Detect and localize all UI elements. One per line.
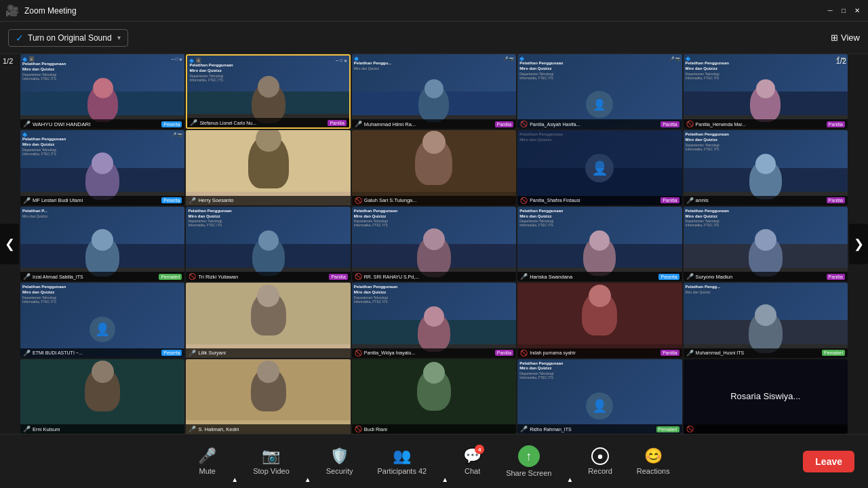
mic-icon: 🎤 — [520, 273, 528, 280]
participant-cell-erni[interactable]: 🎤 Erni Kulsum — [20, 359, 184, 434]
participant-cell-rosaria[interactable]: Rosaria Siswiya... 🚫 — [684, 359, 848, 434]
name-tag-budi: 🚫 Budi Riani — [352, 424, 516, 434]
mic-muted-icon: 🚫 — [189, 273, 196, 280]
record-button[interactable]: ⏺ Record — [576, 442, 624, 481]
mic-muted-icon: 🚫 — [686, 121, 694, 127]
name-tag-lestari: 🎤 MF Lestari Budi Utami Peserta — [20, 196, 184, 205]
name-tag-etmi: 🎤 ETMI BUDI ASTUTI ~... Peserta — [20, 348, 184, 358]
participant-cell-widya[interactable]: Pelatihan PenggunaanMiro dan Quizizz Dep… — [352, 283, 516, 357]
participant-cell-herwinda[interactable]: 🔷 🎤 📷 Pelatihan PenggunaanMiro dan Quizi… — [684, 54, 848, 129]
participant-cell-etmi[interactable]: Pelatihan PenggunaanMiro dan Quizizz Dep… — [20, 283, 184, 357]
shield-icon: 🛡️ — [330, 447, 349, 465]
name-tag-indah: 🚫 Indah purnama syahir Panitia — [517, 348, 682, 358]
participants-label: Participants 42 — [377, 467, 427, 475]
mic-icon: 🎤 — [23, 350, 31, 357]
participant-name: Muhammad Hilmi Ra... — [364, 121, 416, 127]
microphone-icon: 🎤 — [198, 447, 216, 465]
mic-icon: 🎤 — [355, 121, 362, 127]
participant-name: Panitia_Herwinda Mar... — [696, 122, 746, 127]
mute-button[interactable]: 🎤 Mute — [186, 442, 229, 481]
participant-name: ETMI BUDI ASTUTI ~... — [33, 350, 83, 355]
original-sound-label: Turn on Original Sound — [28, 33, 112, 43]
name-tag-irzal: 🎤 Irzal Ahmad Sabilla_ITS Pemateri — [20, 272, 184, 281]
participant-cell-budi[interactable]: 🚫 Budi Riani — [352, 359, 516, 434]
leave-button[interactable]: Leave — [803, 451, 854, 472]
original-sound-button[interactable]: ✓ Turn on Original Sound ▾ — [8, 29, 128, 47]
share-screen-group: ↑ Share Screen ▲ — [494, 434, 576, 489]
mute-caret[interactable]: ▲ — [229, 434, 241, 489]
participant-cell-sri[interactable]: Pelatihan PenggunaanMiro dan Quizizz Dep… — [352, 207, 516, 281]
participant-cell-hilmi[interactable]: 🔷 🎤 📷 Pelatihan Penggu... Miro dan Quizi… — [352, 54, 516, 129]
participant-name: WAHYU DWI HANDARI — [33, 121, 90, 127]
participant-cell-lestari[interactable]: 🔷 🎤 📷 Pelatihan PenggunaanMiro dan Quizi… — [20, 130, 184, 205]
participant-cell-ridho[interactable]: Pelatihan PenggunaanMiro dan Quizizz Dep… — [517, 359, 682, 434]
name-tag-husni: 🎤 Muhammad_Husni ITS Pemateri — [684, 348, 848, 358]
participants-count: 42 — [418, 467, 427, 475]
title-bar-title: Zoom Meeting — [24, 6, 77, 16]
participant-cell-annis[interactable]: Pelatihan PenggunaanMiro dan Quizizz Dep… — [684, 130, 848, 205]
participants-icon: 👥 — [393, 447, 411, 465]
mic-muted-icon: 🚫 — [686, 426, 694, 432]
role-badge: Panitia — [329, 274, 347, 280]
maximize-button[interactable]: □ — [838, 5, 849, 16]
participants-button[interactable]: 👥 Participants 42 — [365, 442, 439, 481]
reactions-button[interactable]: 😊 Reactions — [625, 442, 682, 481]
participant-cell-halimah[interactable]: 🎤 S. Halimah, Kediri — [186, 359, 350, 434]
minimize-button[interactable]: ─ — [825, 5, 835, 16]
participant-name: RR. SRI RAHAYU S.Pd,... — [364, 274, 419, 279]
participant-cell-wahyu[interactable]: 🔷 ≡ ─ □ ✕ Pelatihan PenggunaanMiro dan Q… — [20, 54, 184, 129]
mic-muted-icon: 🚫 — [355, 197, 362, 204]
participant-cell-suryono[interactable]: Pelatihan PenggunaanMiro dan Quizizz Dep… — [684, 207, 848, 281]
participant-cell-indah[interactable]: 🚫 Indah purnama syahir Panitia — [517, 283, 682, 357]
chat-badge: 4 — [475, 445, 484, 454]
participant-name: Panitia_Asiyah Hanifa... — [530, 122, 580, 127]
participant-cell-herry[interactable]: 🎤 Herry Soesanto — [186, 130, 350, 205]
title-bar: 🎥 Zoom Meeting ─ □ ✕ — [0, 0, 868, 22]
participant-cell-husni[interactable]: Pelatihan Pengg... Miro dan Quizizz 🎤 Mu… — [684, 283, 848, 357]
name-tag-lilik: 🎤 Lilik Suryani — [186, 348, 350, 358]
name-tag-hilmi: 🎤 Muhammad Hilmi Ra... Panitia — [352, 119, 516, 129]
mic-muted-icon: 🚫 — [355, 426, 362, 432]
share-screen-caret[interactable]: ▲ — [564, 434, 576, 489]
participant-name: S. Halimah, Kediri — [198, 426, 239, 432]
next-page-button[interactable]: ❯ — [849, 224, 868, 264]
role-badge: Panitia — [827, 197, 845, 203]
page-indicator-left: 1/2 — [3, 57, 13, 65]
reactions-icon: 😊 — [644, 447, 663, 465]
toolbar: 🎤 Mute ▲ 📷 Stop Video ▲ 🛡️ Security 👥 Pa… — [0, 434, 868, 488]
participant-cell-stefanus[interactable]: 🔷 ≡ ─ □ ✕ Pelatihan PenggunaanMiro dan Q… — [186, 54, 350, 129]
participant-cell-shafira[interactable]: 👤 Pelatihan PenggunaanMiro dan Quizizz 🚫… — [517, 130, 682, 205]
participant-cell-tri[interactable]: Pelatihan PenggunaanMiro dan Quizizz Dep… — [186, 207, 350, 281]
mic-muted-icon: 🚫 — [520, 197, 528, 204]
role-badge: Panitia — [328, 120, 346, 126]
participant-name: Indah purnama syahir — [530, 350, 576, 355]
view-button[interactable]: ⊞ View — [831, 33, 860, 43]
mic-icon: 🎤 — [686, 273, 694, 280]
participant-cell-asiyah[interactable]: 🔷 🎤 📷 Pelatihan PenggunaanMiro dan Quizi… — [517, 54, 682, 129]
participants-caret[interactable]: ▲ — [439, 434, 451, 489]
top-bar: ✓ Turn on Original Sound ▾ ⊞ View — [0, 22, 868, 54]
participant-cell-irzal[interactable]: Pelatihan P... Miro dan Quizizz 🎤 Irzal … — [20, 207, 184, 281]
share-screen-button[interactable]: ↑ Share Screen — [494, 440, 564, 483]
participant-name-rosaria: Rosaria Siswiya... — [730, 391, 800, 401]
participant-name: Erni Kulsum — [33, 426, 60, 432]
participant-cell-galuh[interactable]: 🚫 Galuh Sari S.Tulunga... — [352, 130, 516, 205]
chat-button[interactable]: 💬 4 Chat — [451, 442, 494, 481]
video-group: 📷 Stop Video ▲ — [241, 434, 314, 489]
participant-name: annis — [696, 197, 709, 203]
prev-page-button[interactable]: ❮ — [0, 224, 19, 264]
share-screen-label: Share Screen — [506, 469, 551, 477]
participants-text: Participants — [377, 467, 416, 475]
participant-name: Tri Rizki Yuliawan — [198, 274, 238, 280]
mute-group: 🎤 Mute ▲ — [186, 434, 241, 489]
chat-label: Chat — [465, 467, 480, 475]
security-button[interactable]: 🛡️ Security — [314, 442, 366, 481]
participant-cell-lilik[interactable]: 🎤 Lilik Suryani — [186, 283, 350, 357]
stop-video-button[interactable]: 📷 Stop Video — [241, 442, 302, 481]
mic-muted-icon: 🚫 — [355, 273, 362, 280]
video-caret[interactable]: ▲ — [302, 434, 314, 489]
mic-icon: 🎤 — [23, 273, 31, 280]
participant-name: Hariska Swandana — [530, 274, 572, 280]
participant-cell-hariska[interactable]: Pelatihan PenggunaanMiro dan Quizizz Dep… — [517, 207, 682, 281]
close-button[interactable]: ✕ — [852, 5, 863, 16]
